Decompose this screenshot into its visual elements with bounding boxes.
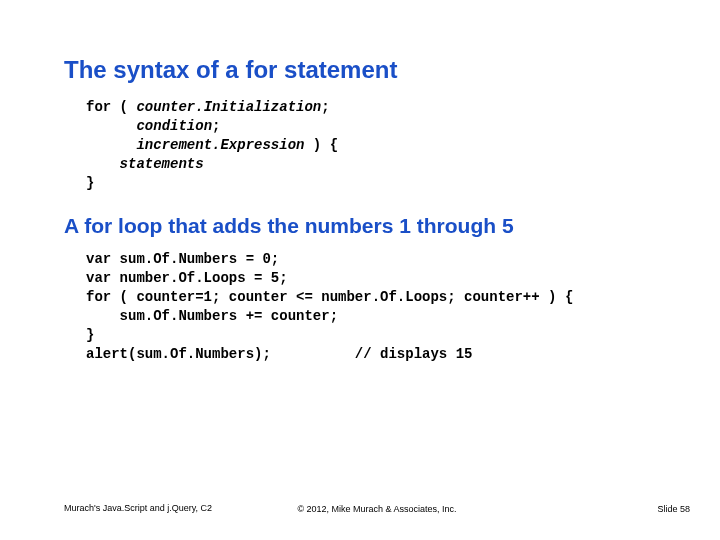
code-block-syntax: for ( counter.Initialization; condition;… bbox=[64, 98, 656, 192]
code-line: var sum.Of.Numbers = 0; bbox=[86, 251, 279, 267]
heading-example: A for loop that adds the numbers 1 throu… bbox=[64, 214, 656, 238]
footer-slide-number: Slide 58 bbox=[657, 504, 690, 514]
code-text: ) { bbox=[304, 137, 338, 153]
placeholder-init: counter.Initialization bbox=[136, 99, 321, 115]
code-text: ; bbox=[212, 118, 220, 134]
placeholder-increment: increment.Expression bbox=[136, 137, 304, 153]
placeholder-condition: condition bbox=[136, 118, 212, 134]
code-line: for ( counter=1; counter <= number.Of.Lo… bbox=[86, 289, 573, 305]
keyword-for: for ( bbox=[86, 99, 136, 115]
code-line: sum.Of.Numbers += counter; bbox=[86, 308, 338, 324]
footer-copyright: © 2012, Mike Murach & Associates, Inc. bbox=[64, 504, 690, 514]
code-text: } bbox=[86, 175, 94, 191]
code-block-example: var sum.Of.Numbers = 0; var number.Of.Lo… bbox=[64, 250, 656, 363]
code-line: var number.Of.Loops = 5; bbox=[86, 270, 288, 286]
heading-syntax: The syntax of a for statement bbox=[64, 56, 656, 84]
placeholder-statements: statements bbox=[120, 156, 204, 172]
code-line: alert(sum.Of.Numbers); // displays 15 bbox=[86, 346, 472, 362]
code-text: ; bbox=[321, 99, 329, 115]
code-line: } bbox=[86, 327, 94, 343]
slide: The syntax of a for statement for ( coun… bbox=[0, 0, 720, 540]
